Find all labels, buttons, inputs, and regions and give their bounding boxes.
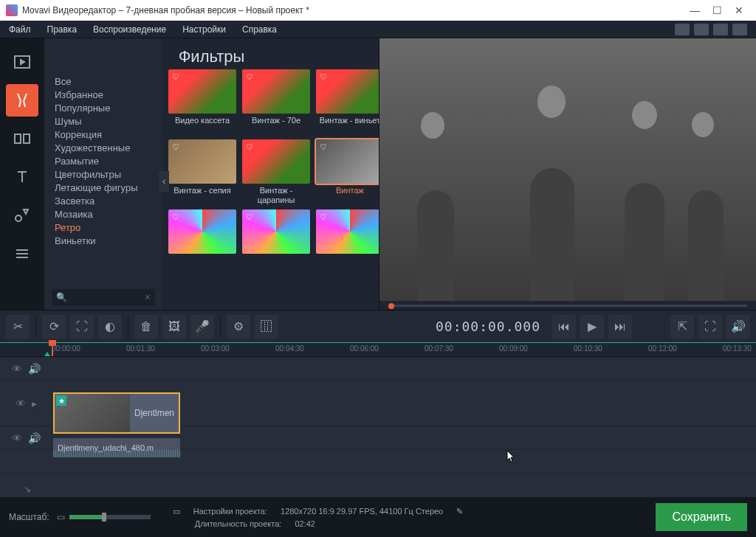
favorite-icon[interactable]: ♡ — [318, 212, 329, 222]
play-button[interactable]: ▶ — [580, 315, 604, 339]
category-item[interactable]: Коррекция — [55, 128, 152, 142]
menu-file[interactable]: Файл — [9, 24, 31, 35]
cut-button[interactable]: ✂ — [6, 315, 30, 339]
category-item[interactable]: Шумы — [55, 115, 152, 128]
ruler-tick: 00:00:00 — [52, 344, 80, 353]
category-item[interactable]: Цветофильтры — [55, 168, 152, 181]
tab-transitions[interactable] — [6, 122, 38, 155]
zoom-out-icon[interactable]: ▭ — [57, 512, 65, 522]
favorite-icon[interactable]: ♡ — [318, 72, 329, 82]
filter-thumb-label: Винтаж - 70е — [242, 116, 310, 135]
category-item[interactable]: Все — [55, 75, 152, 89]
audio-clip[interactable]: Djentlmeny_udachi_480.m — [53, 438, 180, 457]
mic-button[interactable]: 🎤 — [190, 315, 214, 339]
image-button[interactable]: 🖼 — [162, 315, 186, 339]
ruler-tick: 00:13:30 — [723, 344, 752, 353]
maximize-button[interactable]: ☐ — [706, 4, 728, 16]
filter-thumb-label: Винтаж — [316, 186, 379, 205]
filter-thumb[interactable]: ♡Винтаж - царапины — [242, 139, 310, 205]
ruler-marker[interactable] — [44, 352, 50, 356]
filter-thumb-label: Винтаж - царапины — [242, 186, 310, 205]
category-item[interactable]: Популярные — [55, 102, 152, 115]
clear-search-icon[interactable]: × — [145, 291, 151, 303]
tab-filters[interactable] — [6, 84, 38, 117]
tab-shapes[interactable] — [6, 199, 38, 232]
preview-viewport[interactable] — [379, 38, 756, 301]
clip-star-icon: ★ — [56, 395, 66, 406]
category-item[interactable]: Засветка — [55, 195, 152, 208]
filter-thumb[interactable]: ♡Винтаж - сепия — [168, 139, 236, 205]
next-frame-button[interactable]: ⏭ — [608, 315, 632, 339]
social-youtube-icon[interactable] — [675, 24, 690, 35]
color-adjust-button[interactable]: ◐ — [98, 315, 122, 339]
track-video-icon[interactable]: ▸ — [32, 398, 37, 409]
zoom-slider[interactable] — [69, 515, 151, 519]
menu-settings[interactable]: Настройки — [182, 24, 226, 35]
track-audio-icon[interactable]: 🔊 — [28, 432, 41, 444]
filter-thumb[interactable]: ♡ — [242, 209, 310, 275]
filter-thumb[interactable]: ♡Винтаж — [316, 139, 379, 205]
category-item[interactable]: Виньетки — [55, 235, 152, 248]
svg-rect-2 — [24, 134, 30, 143]
delete-button[interactable]: 🗑 — [134, 315, 158, 339]
rotate-button[interactable]: ⟳ — [42, 315, 66, 339]
ruler-tick: 00:01:30 — [126, 344, 155, 353]
equalizer-button[interactable]: ⿲ — [255, 315, 278, 339]
category-item[interactable]: Летающие фигуры — [55, 181, 152, 195]
favorite-icon[interactable]: ♡ — [171, 212, 181, 222]
collapse-categories-button[interactable]: ‹ — [159, 171, 169, 192]
favorite-icon[interactable]: ♡ — [171, 142, 181, 152]
track-visibility-icon[interactable]: 👁 — [12, 432, 22, 444]
filter-thumb-label: Видео кассета — [168, 116, 236, 135]
menu-edit[interactable]: Правка — [47, 24, 78, 35]
track-visibility-icon[interactable]: 👁 — [16, 398, 26, 409]
timecode: 00:00:00.000 — [436, 319, 540, 334]
project-settings-label: Настройки проекта: — [193, 507, 267, 516]
favorite-icon[interactable]: ♡ — [318, 142, 329, 152]
video-clip[interactable]: ★ Djentlmen — [53, 392, 180, 434]
ruler-tick: 00:03:00 — [201, 344, 230, 353]
edit-settings-icon[interactable]: ✎ — [456, 507, 463, 516]
close-button[interactable]: ✕ — [728, 4, 750, 16]
clip-settings-button[interactable]: ⚙ — [227, 315, 250, 339]
social-share-icon[interactable] — [732, 24, 747, 35]
crop-button[interactable]: ⛶ — [70, 315, 94, 339]
track-handle-icon[interactable]: ↘ — [24, 484, 31, 494]
category-item[interactable]: Избранное — [55, 89, 152, 102]
social-ok-icon[interactable] — [694, 24, 709, 35]
ruler-tick: 00:04:30 — [275, 344, 304, 353]
category-item[interactable]: Размытие — [55, 155, 152, 168]
favorite-icon[interactable]: ♡ — [244, 72, 255, 82]
category-item[interactable]: Мозаика — [55, 208, 152, 221]
filter-thumb[interactable]: ♡Видео кассета — [168, 69, 236, 135]
tab-titles[interactable] — [6, 161, 38, 193]
filter-thumb-label: Винтаж - виньет — [316, 116, 379, 135]
filter-thumb[interactable]: ♡ — [316, 209, 379, 275]
volume-button[interactable]: 🔊 — [726, 315, 750, 339]
tab-media[interactable] — [6, 46, 38, 78]
favorite-icon[interactable]: ♡ — [244, 142, 255, 152]
filter-thumb[interactable]: ♡Винтаж - 70е — [242, 69, 310, 135]
svg-point-3 — [16, 215, 21, 221]
preview-progress[interactable] — [379, 301, 756, 310]
minimize-button[interactable]: — — [684, 4, 706, 16]
tab-more[interactable] — [6, 238, 38, 270]
track-visibility-icon[interactable]: 👁 — [12, 363, 22, 375]
export-button[interactable]: ⇱ — [670, 315, 694, 339]
menu-help[interactable]: Справка — [242, 24, 277, 35]
filter-thumb[interactable]: ♡ — [168, 209, 236, 275]
category-search[interactable]: 🔍 × — [52, 289, 155, 305]
prev-frame-button[interactable]: ⏮ — [552, 315, 576, 339]
filter-thumb[interactable]: ♡Винтаж - виньет — [316, 69, 379, 135]
save-button[interactable]: Сохранить — [656, 503, 747, 531]
category-item[interactable]: Ретро — [55, 221, 152, 235]
ruler-tick: 00:12:00 — [648, 344, 677, 353]
menu-playback[interactable]: Воспроизведение — [93, 24, 166, 35]
favorite-icon[interactable]: ♡ — [171, 72, 181, 82]
social-vk-icon[interactable] — [713, 24, 728, 35]
fullscreen-button[interactable]: ⛶ — [698, 315, 722, 339]
window-title: Movavi Видеоредактор – 7-дневная пробная… — [22, 5, 309, 15]
favorite-icon[interactable]: ♡ — [244, 212, 255, 222]
category-item[interactable]: Художественные — [55, 142, 152, 155]
track-audio-icon[interactable]: 🔊 — [28, 363, 41, 375]
